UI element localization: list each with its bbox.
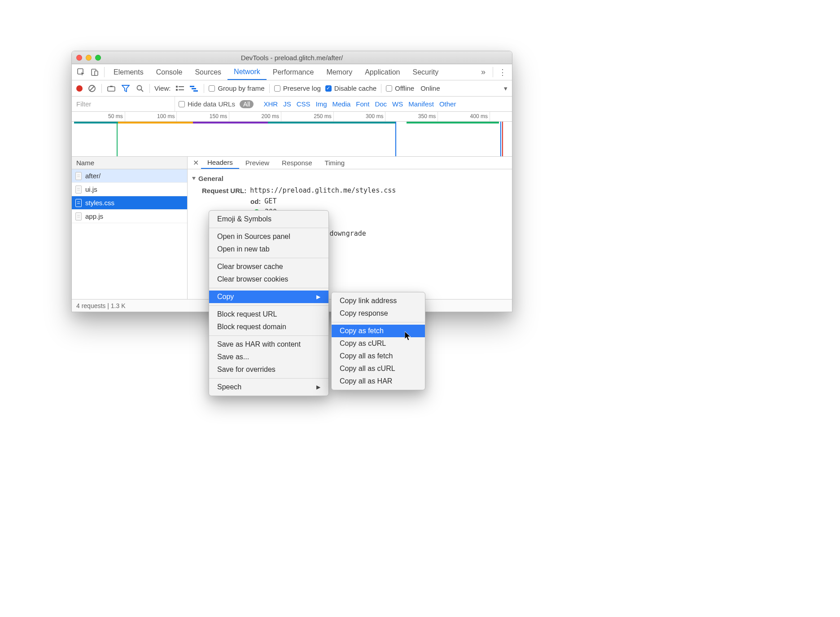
capture-screenshots-icon[interactable] [106, 85, 116, 92]
detail-tab-preview[interactable]: Preview [239, 157, 276, 169]
tab-performance[interactable]: Performance [267, 64, 320, 80]
throttling-dropdown-icon[interactable]: ▾ [504, 84, 508, 93]
throttling-select[interactable]: Online [420, 84, 440, 92]
tab-network[interactable]: Network [228, 64, 267, 80]
menu-item[interactable]: Open in new tab [209, 243, 328, 256]
filter-type-xhr[interactable]: XHR [263, 100, 278, 108]
menu-item[interactable]: Speech▶ [209, 381, 328, 393]
request-name: ui.js [85, 185, 97, 193]
svg-rect-13 [190, 86, 194, 87]
tab-memory[interactable]: Memory [320, 64, 359, 80]
menu-item[interactable]: Copy as fetch [332, 325, 425, 337]
request-item[interactable]: app.js [72, 210, 187, 223]
svg-rect-10 [179, 86, 184, 87]
timeline-tick: 50 ms [108, 113, 125, 119]
filter-type-css[interactable]: CSS [297, 100, 311, 108]
detail-tab-response[interactable]: Response [276, 157, 319, 169]
preserve-log-checkbox[interactable]: Preserve log [274, 84, 321, 92]
menu-item[interactable]: Save as... [209, 351, 328, 363]
filter-type-doc[interactable]: Doc [375, 100, 387, 108]
svg-line-8 [141, 89, 144, 92]
menu-item[interactable]: Copy as cURL [332, 337, 425, 350]
general-section-header[interactable]: General [192, 175, 508, 182]
filter-type-js[interactable]: JS [283, 100, 291, 108]
timeline-tick: 200 ms [262, 113, 281, 119]
group-by-frame-checkbox[interactable]: Group by frame [209, 84, 264, 92]
menu-item[interactable]: Copy▶ [209, 291, 328, 303]
menu-item[interactable]: Save for overrides [209, 363, 328, 376]
tabs-overflow-button[interactable]: » [477, 64, 490, 80]
settings-kebab-icon[interactable]: ⋮ [496, 64, 509, 80]
close-detail-icon[interactable]: ✕ [190, 157, 201, 169]
search-icon[interactable] [135, 84, 145, 93]
request-item[interactable]: after/ [72, 169, 187, 183]
menu-item[interactable]: Clear browser cookies [209, 273, 328, 286]
menu-item[interactable]: Copy all as cURL [332, 362, 425, 375]
svg-rect-14 [192, 88, 196, 89]
svg-line-4 [90, 86, 94, 91]
tab-console[interactable]: Console [150, 64, 189, 80]
separator [104, 67, 105, 77]
timeline-ruler[interactable]: 50 ms100 ms150 ms200 ms250 ms300 ms350 m… [72, 112, 512, 122]
menu-item[interactable]: Copy response [332, 307, 425, 320]
timeline-tick: 350 ms [418, 113, 438, 119]
filter-type-other[interactable]: Other [439, 100, 456, 108]
titlebar: DevTools - preload.glitch.me/after/ [72, 51, 512, 64]
filter-input[interactable] [72, 97, 175, 111]
menu-item[interactable]: Open in Sources panel [209, 230, 328, 243]
menu-item[interactable]: Emoji & Symbols [209, 213, 328, 225]
tab-security[interactable]: Security [406, 64, 445, 80]
requests-list: after/ui.jsstyles.cssapp.js [72, 169, 187, 299]
menu-item[interactable]: Block request domain [209, 321, 328, 333]
filter-type-img[interactable]: Img [315, 100, 327, 108]
request-name: after/ [85, 172, 101, 180]
disclosure-triangle-icon [192, 177, 196, 180]
menu-item[interactable]: Block request URL [209, 308, 328, 321]
svg-rect-12 [179, 89, 184, 90]
filter-all-button[interactable]: All [240, 100, 254, 108]
filter-type-manifest[interactable]: Manifest [408, 100, 434, 108]
file-icon [75, 172, 82, 180]
request-item[interactable]: ui.js [72, 183, 187, 196]
offline-checkbox[interactable]: Offline [386, 84, 414, 92]
menu-item[interactable]: Clear browser cache [209, 260, 328, 273]
inspect-element-icon[interactable] [74, 64, 88, 80]
detail-tab-timing[interactable]: Timing [319, 157, 351, 169]
svg-rect-11 [176, 89, 178, 91]
filter-type-font[interactable]: Font [356, 100, 369, 108]
tab-sources[interactable]: Sources [188, 64, 228, 80]
filter-type-ws[interactable]: WS [392, 100, 403, 108]
clear-icon[interactable] [87, 84, 97, 93]
request-item[interactable]: styles.css [72, 196, 187, 210]
filter-icon[interactable] [121, 85, 131, 92]
separator [493, 67, 493, 77]
menu-item[interactable]: Copy link address [332, 295, 425, 307]
menu-item[interactable]: Save as HAR with content [209, 338, 328, 351]
waterfall-icon[interactable] [189, 85, 199, 92]
filter-type-media[interactable]: Media [332, 100, 351, 108]
context-submenu-copy: Copy link addressCopy responseCopy as fe… [331, 292, 425, 390]
requests-column: Name after/ui.jsstyles.cssapp.js [72, 157, 188, 299]
disable-cache-checkbox[interactable]: Disable cache [325, 84, 376, 92]
tab-elements[interactable]: Elements [107, 64, 150, 80]
window-title: DevTools - preload.glitch.me/after/ [72, 54, 512, 62]
svg-rect-15 [193, 90, 198, 92]
main-tab-list: ElementsConsoleSourcesNetworkPerformance… [107, 64, 477, 80]
menu-item[interactable]: Copy all as HAR [332, 375, 425, 388]
menu-item[interactable]: Copy all as fetch [332, 350, 425, 362]
hide-data-urls-checkbox[interactable]: Hide data URLs [179, 100, 235, 108]
large-rows-icon[interactable] [175, 85, 185, 92]
name-column-header[interactable]: Name [72, 157, 187, 169]
timeline-overview[interactable] [72, 122, 512, 157]
svg-point-7 [137, 85, 142, 90]
record-icon[interactable] [76, 85, 83, 92]
main-tabs-row: ElementsConsoleSourcesNetworkPerformance… [72, 64, 512, 80]
detail-tabs: ✕ HeadersPreviewResponseTiming [188, 157, 512, 169]
detail-tab-headers[interactable]: Headers [201, 157, 239, 169]
submenu-arrow-icon: ▶ [316, 294, 320, 300]
svg-rect-6 [110, 86, 113, 87]
device-toolbar-icon[interactable] [88, 64, 101, 80]
tab-application[interactable]: Application [359, 64, 406, 80]
file-icon [75, 185, 82, 194]
status-text: 4 requests | 1.3 K [76, 302, 125, 309]
